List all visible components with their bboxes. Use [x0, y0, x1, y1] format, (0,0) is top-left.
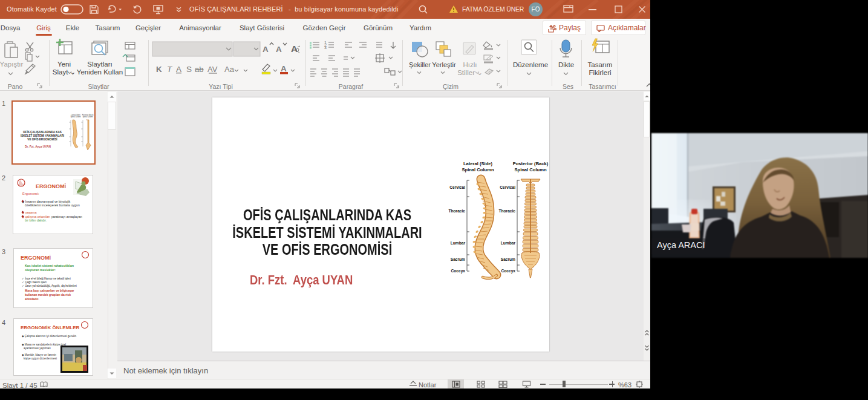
svg-text:A: A — [281, 64, 287, 73]
svg-text:Coccyx: Coccyx — [451, 269, 466, 274]
svg-text:ab: ab — [195, 65, 203, 74]
svg-text:Coccyx: Coccyx — [501, 269, 516, 274]
svg-text:ayarlanması yapılmalı: ayarlanması yapılmalı — [24, 347, 51, 350]
svg-text:Lumbar: Lumbar — [501, 241, 516, 245]
svg-text:Spinal Column: Spinal Column — [514, 167, 547, 172]
svg-text:◆ Masa ve sandalyelerin kişiye: ◆ Masa ve sandalyelerin kişiye özel — [22, 343, 66, 346]
svg-text:oluşturan meslekler:: oluşturan meslekler: — [25, 268, 56, 272]
svg-text:Sacrum: Sacrum — [451, 257, 465, 261]
svg-text:Cervical: Cervical — [449, 185, 465, 189]
svg-text:AV: AV — [207, 65, 218, 74]
svg-text:Ergonomi:: Ergonomi: — [22, 192, 39, 195]
svg-text:Masa başı çalışanları ve bilgi: Masa başı çalışanları ve bilgisayar — [25, 289, 74, 292]
svg-text:OFİS ÇALIŞANLARINDA KAS: OFİS ÇALIŞANLARINDA KAS — [23, 130, 62, 134]
svg-text:Cervical: Cervical — [500, 185, 515, 189]
svg-text:kullanan meslek grupları da ri: kullanan meslek grupları da risk — [25, 293, 71, 297]
svg-text:ERGONOMİ: ERGONOMİ — [36, 183, 66, 189]
svg-text:özelliklerini inceleyerek bunl: özelliklerini inceleyerek bunlara uygun — [25, 203, 80, 207]
svg-text:Aa: Aa — [224, 65, 235, 74]
svg-text:Kas iskelet sistemi rahatsızlı: Kas iskelet sistemi rahatsızlıkları — [25, 264, 74, 267]
svg-text:Sacrum: Sacrum — [501, 257, 515, 261]
svg-text:Lumbar: Lumbar — [451, 241, 466, 245]
svg-text:Posterior (Back): Posterior (Back) — [513, 161, 549, 166]
svg-text:ERGONOMİK ÖNLEMLER: ERGONOMİK ÖNLEMLER — [21, 325, 80, 330]
svg-text:✓ İnce el-el bileği,Hamur ve t: ✓ İnce el-el bileği,Hamur ve tekstil işl… — [22, 277, 71, 280]
svg-text:ERGONOMİ: ERGONOMİ — [21, 255, 51, 261]
svg-text:K: K — [156, 65, 162, 74]
svg-text:Thoracic: Thoracic — [449, 209, 466, 213]
svg-text:◆ Çalışma alanının iyi düzenle: ◆ Çalışma alanının iyi düzenlenmesi gere… — [22, 335, 77, 338]
svg-text:Spinal Column: Spinal Column — [462, 167, 494, 172]
svg-text:Dr. Fzt. Ayça UYAN: Dr. Fzt. Ayça UYAN — [25, 145, 51, 148]
svg-text:VE OFİS ERGONOMİSİ: VE OFİS ERGONOMİSİ — [27, 137, 57, 141]
svg-text:A: A — [176, 65, 181, 74]
svg-text:✓ Uzun yol sürücülüğü, Aşçılık: ✓ Uzun yol sürücülüğü, Aşçılık, diş heki… — [22, 284, 77, 287]
svg-text:altındadır.: altındadır. — [25, 297, 39, 301]
svg-text:A: A — [263, 45, 269, 54]
svg-text:A: A — [276, 45, 282, 54]
svg-text:T: T — [167, 65, 173, 74]
svg-text:✓ Çağrı bakım işleri: ✓ Çağrı bakım işleri — [22, 281, 47, 284]
svg-text:Lateral (Side): Lateral (Side) — [463, 161, 493, 166]
svg-text:Spinal Column: Spinal Column — [83, 116, 93, 118]
svg-text:◆ Monitör, klavye ve farenin: ◆ Monitör, klavye ve farenin — [22, 353, 56, 356]
svg-text:Spinal Column: Spinal Column — [71, 116, 81, 118]
svg-text:3: 3 — [324, 45, 327, 50]
svg-text:Thoracic: Thoracic — [499, 209, 516, 213]
svg-text:bir bilim dalıdır.: bir bilim dalıdır. — [25, 218, 47, 222]
svg-text:İSKELET SİSTEMİ YAKINMALARI: İSKELET SİSTEMİ YAKINMALARI — [21, 134, 64, 137]
svg-text:S: S — [186, 65, 192, 74]
svg-text:kişiye uygun düzenlenmesi: kişiye uygun düzenlenmesi — [24, 357, 57, 360]
svg-text:◆ yaşama: ◆ yaşama — [22, 211, 37, 214]
